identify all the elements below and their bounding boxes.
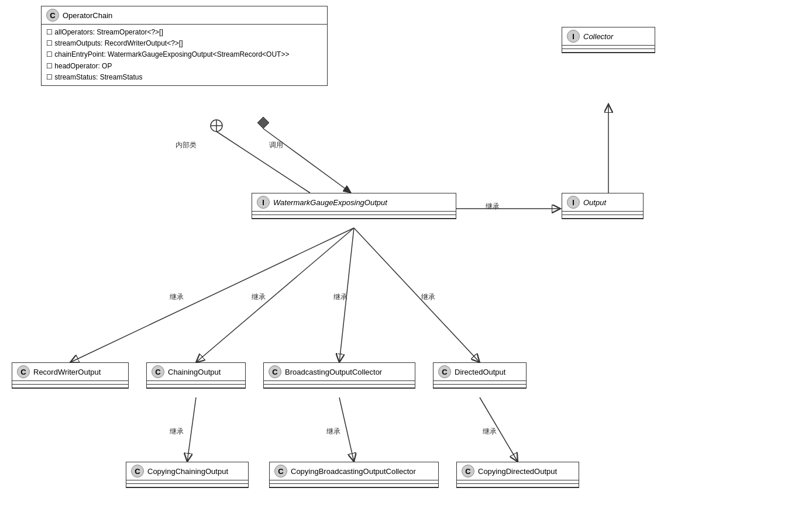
svg-line-9 <box>263 129 351 193</box>
uml-diagram: 继承 内部类 调用 继承 继承 继承 继承 继承 继承 继承 C Operato… <box>0 0 812 512</box>
class-box-operatorchain: C OperatorChain ☐ allOperators: StreamOp… <box>41 6 328 86</box>
label-inner-class: 内部类 <box>176 140 197 150</box>
label-inh-cdo: 继承 <box>483 427 497 437</box>
attr-2: ☐ streamOutputs: RecordWriterOutput<?>[] <box>46 38 322 49</box>
class-box-output: I Output <box>562 193 644 219</box>
divider2 <box>126 484 248 487</box>
svg-line-7 <box>216 132 310 193</box>
svg-marker-8 <box>257 117 269 129</box>
class-header-wgeo: I WatermarkGaugeExposingOutput <box>252 193 456 212</box>
attr-3: ☐ chainEntryPoint: WatermarkGaugeExposin… <box>46 49 322 60</box>
label-calls: 调用 <box>269 140 283 150</box>
class-name-wgeo: WatermarkGaugeExposingOutput <box>273 198 387 207</box>
class-box-cdo: C CopyingDirectedOutput <box>456 462 579 488</box>
label-inh-cboc: 继承 <box>326 427 340 437</box>
stereotype-badge-c-cboc: C <box>274 465 287 478</box>
class-name-collector: Collector <box>583 32 613 41</box>
label-inh-cco: 继承 <box>170 427 184 437</box>
class-name-operatorchain: OperatorChain <box>63 11 112 20</box>
stereotype-badge-i-wgeo: I <box>257 196 270 209</box>
class-name-cboc: CopyingBroadcastingOutputCollector <box>291 467 416 476</box>
svg-line-14 <box>187 397 196 462</box>
stereotype-badge-c-cco: C <box>131 465 144 478</box>
class-name-rwo: RecordWriterOutput <box>33 368 101 376</box>
label-inh-boc: 继承 <box>333 292 347 302</box>
class-header-boc: C BroadcastingOutputCollector <box>264 363 415 381</box>
class-header-output: I Output <box>562 193 643 212</box>
divider2 <box>264 385 415 388</box>
label-inh-co: 继承 <box>252 292 266 302</box>
stereotype-badge-c-do: C <box>438 365 451 378</box>
attr-4: ☐ headOperator: OP <box>46 61 322 72</box>
class-box-cboc: C CopyingBroadcastingOutputCollector <box>269 462 439 488</box>
label-wgeo-output: 继承 <box>486 202 500 212</box>
stereotype-badge-i-output: I <box>567 196 580 209</box>
divider2 <box>252 215 456 219</box>
class-name-do: DirectedOutput <box>455 368 505 376</box>
class-name-boc: BroadcastingOutputCollector <box>285 368 382 376</box>
label-inh-rwo: 继承 <box>170 292 184 302</box>
class-header-collector: I Collector <box>562 27 655 46</box>
class-header-rwo: C RecordWriterOutput <box>12 363 128 381</box>
class-box-collector: I Collector <box>562 27 655 53</box>
class-box-do: C DirectedOutput <box>433 362 527 389</box>
stereotype-badge-c-rwo: C <box>17 365 30 378</box>
class-header-co: C ChainingOutput <box>147 363 245 381</box>
stereotype-badge-c-boc: C <box>269 365 281 378</box>
class-body-operatorchain: ☐ allOperators: StreamOperator<?>[] ☐ st… <box>42 25 327 85</box>
divider2 <box>147 385 245 388</box>
svg-line-10 <box>70 228 354 362</box>
class-box-co: C ChainingOutput <box>146 362 246 389</box>
stereotype-badge-c-cdo: C <box>462 465 474 478</box>
class-header-operatorchain: C OperatorChain <box>42 6 327 25</box>
stereotype-badge-c: C <box>46 9 59 22</box>
class-header-cboc: C CopyingBroadcastingOutputCollector <box>270 462 438 480</box>
class-header-cco: C CopyingChainingOutput <box>126 462 248 480</box>
class-name-co: ChainingOutput <box>168 368 221 376</box>
divider2 <box>270 484 438 487</box>
class-name-cco: CopyingChainingOutput <box>147 467 228 476</box>
svg-line-15 <box>339 397 354 462</box>
class-box-wgeo: I WatermarkGaugeExposingOutput <box>252 193 456 219</box>
class-header-do: C DirectedOutput <box>433 363 526 381</box>
divider2 <box>562 215 643 219</box>
stereotype-badge-i: I <box>567 30 580 43</box>
svg-line-11 <box>196 228 354 362</box>
divider2 <box>12 385 128 388</box>
attr-1: ☐ allOperators: StreamOperator<?>[] <box>46 27 322 38</box>
class-name-cdo: CopyingDirectedOutput <box>478 467 557 476</box>
svg-point-4 <box>211 120 222 132</box>
class-box-cco: C CopyingChainingOutput <box>126 462 249 488</box>
class-header-cdo: C CopyingDirectedOutput <box>457 462 579 480</box>
divider2 <box>433 385 526 388</box>
class-name-output: Output <box>583 198 606 207</box>
class-box-boc: C BroadcastingOutputCollector <box>263 362 415 389</box>
svg-line-13 <box>354 228 480 362</box>
class-box-rwo: C RecordWriterOutput <box>12 362 129 389</box>
label-inh-do: 继承 <box>421 292 435 302</box>
divider2 <box>457 484 579 487</box>
divider2 <box>562 49 655 53</box>
attr-5: ☐ streamStatus: StreamStatus <box>46 72 322 83</box>
stereotype-badge-c-co: C <box>152 365 164 378</box>
